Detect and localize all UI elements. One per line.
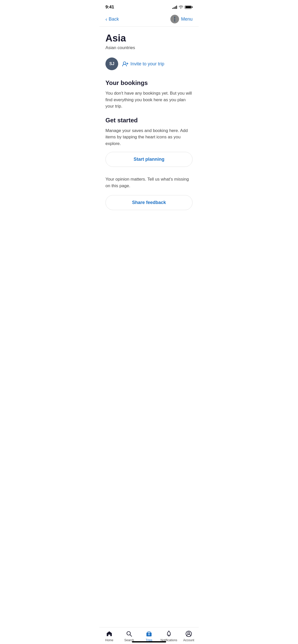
bookings-title: Your bookings xyxy=(105,79,193,86)
menu-dots-icon xyxy=(174,17,175,21)
menu-label: Menu xyxy=(181,17,193,22)
invite-button[interactable]: Invite to your trip xyxy=(122,61,164,67)
wifi-icon xyxy=(179,5,183,9)
menu-avatar xyxy=(170,15,179,23)
nav-bar: ‹ Back Menu xyxy=(99,13,199,27)
trip-subtitle: Asian countries xyxy=(105,45,193,50)
feedback-section: Your opinion matters. Tell us what's mis… xyxy=(105,176,193,210)
signal-icon xyxy=(172,5,177,9)
trip-title: Asia xyxy=(105,33,193,44)
back-button[interactable]: ‹ Back xyxy=(105,16,119,22)
travelers-row: SJ Invite to your trip xyxy=(105,57,193,70)
battery-icon xyxy=(185,6,193,9)
menu-button[interactable]: Menu xyxy=(170,15,193,23)
get-started-description: Manage your saves and booking here. Add … xyxy=(105,127,193,147)
back-chevron-icon: ‹ xyxy=(105,16,107,22)
traveler-avatar: SJ xyxy=(105,57,118,70)
bookings-section: Your bookings You don't have any booking… xyxy=(105,79,193,110)
status-bar: 9:41 xyxy=(99,0,199,13)
get-started-section: Get started Manage your saves and bookin… xyxy=(105,117,193,167)
add-person-icon xyxy=(122,61,128,66)
svg-point-0 xyxy=(123,62,126,64)
bookings-description: You don't have any bookings yet. But you… xyxy=(105,90,193,110)
feedback-description: Your opinion matters. Tell us what's mis… xyxy=(105,176,193,189)
share-feedback-button[interactable]: Share feedback xyxy=(105,195,193,210)
start-planning-button[interactable]: Start planning xyxy=(105,152,193,167)
main-content: Asia Asian countries SJ Invite to your t… xyxy=(99,27,199,243)
status-time: 9:41 xyxy=(105,5,114,10)
get-started-title: Get started xyxy=(105,117,193,124)
back-label: Back xyxy=(109,17,119,22)
status-icons xyxy=(172,5,193,9)
invite-label: Invite to your trip xyxy=(130,61,164,67)
